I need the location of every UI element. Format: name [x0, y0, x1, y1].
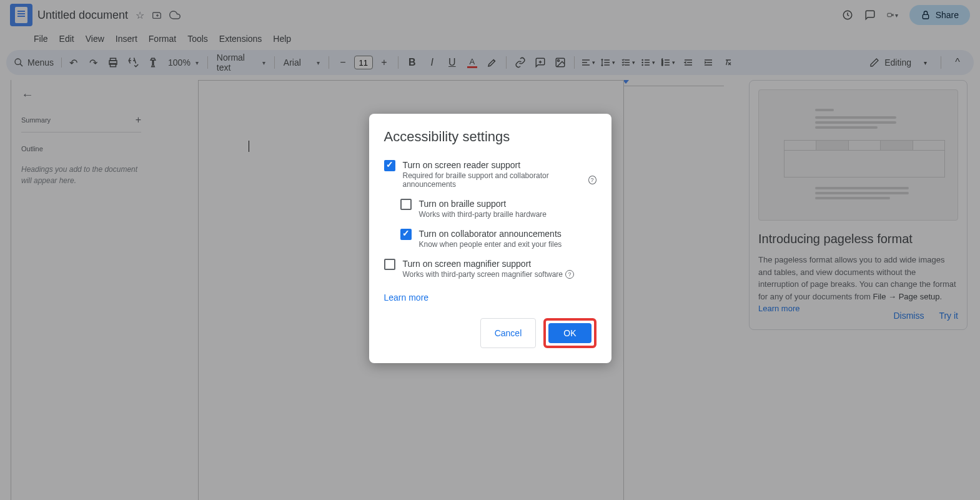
checkbox-0[interactable] — [384, 160, 395, 171]
option-desc: Know when people enter and exit your fil… — [419, 240, 596, 249]
cancel-button[interactable]: Cancel — [480, 318, 537, 348]
accessibility-settings-dialog: Accessibility settings Turn on screen re… — [369, 114, 611, 363]
option-row: Turn on screen magnifier supportWorks wi… — [384, 259, 596, 279]
learn-more-link[interactable]: Learn more — [384, 292, 429, 302]
option-label: Turn on screen reader support — [403, 160, 596, 170]
option-desc: Works with third-party screen magnifier … — [403, 270, 596, 279]
help-icon[interactable]: ? — [588, 176, 596, 184]
option-row: Turn on collaborator announcementsKnow w… — [400, 229, 596, 249]
option-row: Turn on screen reader supportRequired fo… — [384, 160, 596, 189]
option-label: Turn on collaborator announcements — [419, 229, 596, 239]
checkbox-1[interactable] — [400, 199, 412, 210]
option-row: Turn on braille supportWorks with third-… — [400, 199, 596, 219]
checkbox-2[interactable] — [400, 229, 412, 240]
ok-button[interactable]: OK — [548, 323, 591, 343]
help-icon[interactable]: ? — [565, 270, 574, 279]
option-desc: Required for braille support and collabo… — [403, 171, 596, 189]
option-desc: Works with third-party braille hardware — [419, 210, 596, 219]
option-label: Turn on screen magnifier support — [403, 259, 596, 269]
modal-overlay[interactable]: Accessibility settings Turn on screen re… — [0, 0, 980, 500]
dialog-title: Accessibility settings — [384, 129, 596, 145]
ok-button-highlight: OK — [543, 318, 596, 348]
checkbox-3[interactable] — [384, 259, 395, 270]
option-label: Turn on braille support — [419, 199, 596, 209]
